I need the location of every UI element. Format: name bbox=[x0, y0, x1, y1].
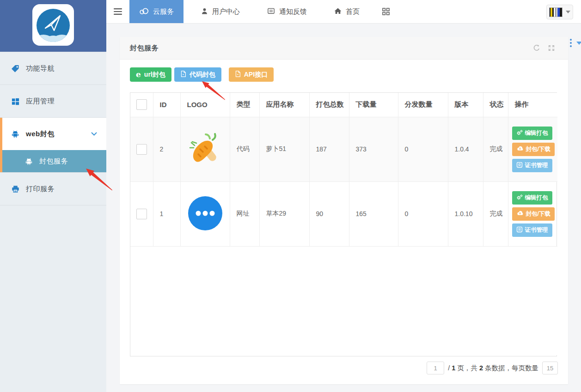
sidebar-item-pack-service[interactable]: 封包服务 bbox=[0, 150, 106, 172]
edit-pack-button[interactable]: 编辑打包 bbox=[512, 127, 552, 140]
cell-downloads: 165 bbox=[349, 181, 398, 246]
cell-pack-total: 187 bbox=[309, 117, 349, 181]
comment-icon bbox=[267, 7, 275, 16]
records-label: 条数据，每页数量 bbox=[485, 364, 538, 372]
button-label: 编辑打包 bbox=[525, 129, 548, 137]
table-header-row: ID LOGO 类型 应用名称 打包总数 下载量 分发数量 版本 状态 操作 bbox=[130, 93, 557, 117]
pack-service-panel: 封包服务 e url封包 代码 bbox=[120, 37, 568, 384]
cell-actions: 编辑打包 封包/下载 bbox=[508, 181, 557, 246]
api-button[interactable]: API接口 bbox=[229, 67, 274, 82]
home-icon bbox=[334, 7, 342, 16]
certificate-icon bbox=[516, 162, 523, 169]
expand-icon[interactable] bbox=[548, 44, 555, 52]
column-header: 状态 bbox=[483, 93, 508, 117]
tab-home[interactable]: 首页 bbox=[324, 0, 369, 23]
cell-status: 完成 bbox=[483, 181, 508, 246]
tab-notifications[interactable]: 通知反馈 bbox=[257, 0, 317, 23]
cloud-download-icon bbox=[516, 210, 524, 217]
grid-icon[interactable] bbox=[382, 0, 390, 23]
cell-pack-total: 90 bbox=[309, 181, 349, 246]
tab-label: 首页 bbox=[346, 7, 360, 16]
cell-type: 网址 bbox=[230, 181, 259, 246]
tag-icon bbox=[10, 64, 20, 73]
column-header: 类型 bbox=[230, 93, 259, 117]
cell-logo bbox=[180, 181, 230, 246]
panel-header: 封包服务 bbox=[120, 37, 568, 60]
carrot-logo bbox=[189, 159, 222, 167]
column-header: 下载量 bbox=[349, 93, 398, 117]
button-label: 证书管理 bbox=[525, 226, 548, 234]
sidebar-item-web-pack[interactable]: web封包 bbox=[0, 118, 106, 150]
table-empty-area bbox=[130, 246, 557, 355]
url-pack-button[interactable]: e url封包 bbox=[130, 67, 171, 82]
column-header: 打包总数 bbox=[309, 93, 349, 117]
page-size-input[interactable] bbox=[542, 362, 558, 374]
refresh-icon[interactable] bbox=[533, 44, 540, 52]
button-label: 封包/下载 bbox=[526, 145, 550, 153]
code-pack-button[interactable]: 代码封包 bbox=[174, 67, 221, 82]
tab-label: 云服务 bbox=[153, 7, 174, 16]
sidebar: 功能导航 应用管理 bbox=[0, 0, 106, 392]
row-checkbox[interactable] bbox=[136, 144, 147, 155]
sidebar-menu: 功能导航 应用管理 bbox=[0, 52, 106, 205]
cell-version: 1.0.10 bbox=[448, 181, 483, 246]
sidebar-item-app-manage[interactable]: 应用管理 bbox=[0, 85, 106, 118]
sidebar-item-print-service[interactable]: 打印服务 bbox=[0, 172, 106, 205]
cell-logo bbox=[180, 117, 230, 181]
tab-label: 用户中心 bbox=[212, 7, 240, 16]
pack-download-button[interactable]: 封包/下载 bbox=[512, 207, 555, 221]
total-records: 2 bbox=[479, 364, 483, 372]
sidebar-item-label: 应用管理 bbox=[26, 97, 55, 106]
pack-download-button[interactable]: 封包/下载 bbox=[512, 143, 555, 156]
button-label: API接口 bbox=[244, 71, 268, 79]
top-navbar: 云服务 用户中心 通知反馈 首页 bbox=[106, 0, 581, 24]
certificate-manage-button[interactable]: 证书管理 bbox=[512, 159, 552, 172]
cell-id: 1 bbox=[153, 181, 180, 246]
certificate-manage-button[interactable]: 证书管理 bbox=[512, 223, 552, 237]
hamburger-icon[interactable] bbox=[106, 0, 129, 23]
sidebar-group-web-pack: web封包 封包服务 bbox=[0, 118, 106, 172]
table-row: 2 代码 萝卜51 187 bbox=[130, 117, 557, 181]
user-icon bbox=[201, 7, 208, 16]
select-all-checkbox[interactable] bbox=[136, 99, 147, 110]
column-header: 分发数量 bbox=[398, 93, 448, 117]
column-header: ID bbox=[153, 93, 180, 117]
toolbar: e url封包 代码封包 API接口 bbox=[130, 67, 274, 82]
button-label: url封包 bbox=[144, 71, 165, 79]
file-api-icon bbox=[235, 70, 241, 79]
button-label: 封包/下载 bbox=[526, 210, 550, 218]
cell-checkbox bbox=[130, 181, 153, 246]
pagination-slash: / bbox=[448, 364, 450, 372]
kebab-menu-icon[interactable] bbox=[570, 39, 572, 47]
data-table: ID LOGO 类型 应用名称 打包总数 下载量 分发数量 版本 状态 操作 2 bbox=[130, 92, 557, 356]
sidebar-item-label: web封包 bbox=[26, 130, 55, 139]
total-pages: 1 bbox=[452, 364, 455, 372]
language-switcher[interactable] bbox=[546, 5, 573, 19]
cell-actions: 编辑打包 封包/下载 bbox=[508, 117, 557, 181]
panel-title: 封包服务 bbox=[130, 44, 159, 53]
pages-label: 页，共 bbox=[457, 364, 477, 372]
tab-label: 通知反馈 bbox=[279, 7, 307, 16]
tab-user-center[interactable]: 用户中心 bbox=[191, 0, 250, 23]
paper-plane-cloud-logo bbox=[32, 4, 74, 48]
column-header: 应用名称 bbox=[259, 93, 309, 117]
column-header: 操作 bbox=[508, 93, 557, 117]
tab-cloud-service[interactable]: 云服务 bbox=[129, 0, 183, 23]
row-checkbox[interactable] bbox=[136, 209, 147, 219]
button-label: 证书管理 bbox=[525, 162, 548, 169]
certificate-icon bbox=[516, 226, 523, 234]
cell-checkbox bbox=[130, 117, 153, 181]
page-input[interactable] bbox=[427, 362, 444, 374]
pagination: / 1 页，共 2 条数据，每页数量 bbox=[427, 361, 558, 375]
table-row: 1 网址 草本29 90 165 0 1.0.10 完成 bbox=[130, 181, 557, 246]
app-logo[interactable] bbox=[0, 0, 106, 52]
caret-down-icon bbox=[566, 11, 570, 13]
sidebar-item-function-nav[interactable]: 功能导航 bbox=[0, 52, 106, 85]
edit-pack-button[interactable]: 编辑打包 bbox=[512, 191, 552, 205]
gears-icon bbox=[516, 194, 523, 202]
edge-icon: e bbox=[136, 71, 141, 78]
column-header: LOGO bbox=[180, 93, 230, 117]
sidebar-item-label: 打印服务 bbox=[26, 185, 55, 193]
sidebar-item-label: 功能导航 bbox=[26, 64, 55, 73]
caret-down-icon[interactable] bbox=[576, 42, 581, 45]
